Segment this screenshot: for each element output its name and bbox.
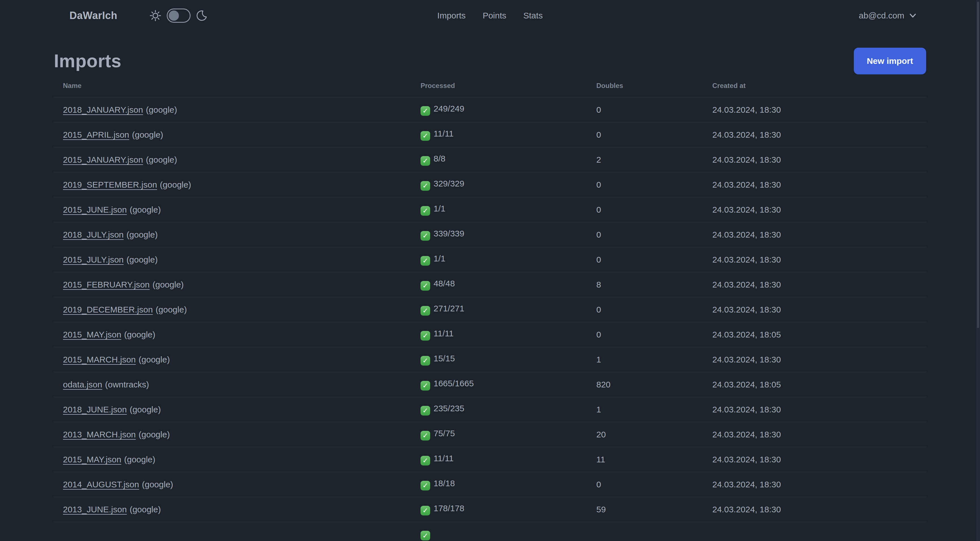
- check-icon: ✓: [420, 406, 430, 415]
- moon-icon: [196, 10, 208, 22]
- imports-table: Name Processed Doubles Created at 2018_J…: [54, 74, 926, 541]
- check-glyph: ✓: [423, 507, 428, 514]
- import-file-link[interactable]: 2019_DECEMBER.json: [63, 305, 153, 314]
- imports-table-body: 2018_JANUARY.json(google) ✓249/249 0 24.…: [54, 97, 926, 541]
- doubles-cell: 820: [587, 372, 703, 397]
- import-file-link[interactable]: 2018_JUNE.json: [63, 405, 127, 414]
- created-at-cell: 24.03.2024, 18:05: [703, 372, 926, 397]
- created-at: 24.03.2024, 18:30: [712, 205, 781, 214]
- created-at-cell: 24.03.2024, 18:30: [703, 122, 926, 147]
- table-row: 2019_DECEMBER.json(google) ✓271/271 0 24…: [54, 297, 926, 322]
- new-import-button[interactable]: New import: [854, 48, 926, 74]
- nav-item-points[interactable]: Points: [483, 11, 506, 21]
- check-glyph: ✓: [423, 282, 428, 289]
- sun-icon: [149, 10, 162, 22]
- doubles-count: 0: [597, 305, 601, 314]
- main-content: Imports New import Name Processed Double…: [54, 48, 926, 541]
- processed-count: 48/48: [434, 279, 455, 288]
- doubles-count: 0: [597, 480, 601, 489]
- processed-count: 235/235: [434, 404, 464, 413]
- processed-count: 11/11: [434, 129, 454, 138]
- import-file-link[interactable]: 2015_MAY.json: [63, 455, 121, 464]
- import-file-link[interactable]: 2015_JUNE.json: [63, 205, 127, 214]
- processed-cell: ✓249/249: [412, 97, 587, 122]
- check-icon: ✓: [420, 331, 430, 341]
- name-cell: 2015_FEBRUARY.json(google): [54, 272, 412, 297]
- scrollbar[interactable]: [976, 0, 980, 541]
- check-icon: ✓: [420, 306, 430, 316]
- import-source: (google): [130, 405, 161, 414]
- user-menu[interactable]: ab@cd.com: [859, 11, 917, 21]
- nav-item-stats[interactable]: Stats: [523, 11, 543, 21]
- import-file-link[interactable]: 2015_JULY.json: [63, 255, 124, 264]
- doubles-count: 0: [597, 255, 601, 264]
- processed-cell: ✓235/235: [412, 397, 587, 422]
- theme-toggle[interactable]: [149, 8, 208, 23]
- created-at: 24.03.2024, 18:30: [712, 280, 781, 289]
- table-row: 2015_APRIL.json(google) ✓11/11 0 24.03.2…: [54, 122, 926, 147]
- created-at: 24.03.2024, 18:30: [712, 105, 781, 114]
- import-file-link[interactable]: 2018_JULY.json: [63, 230, 124, 239]
- app-logo[interactable]: DaWarIch: [70, 10, 118, 22]
- theme-switch[interactable]: [167, 8, 191, 23]
- import-file-link[interactable]: 2015_MARCH.json: [63, 355, 136, 364]
- import-file-link[interactable]: 2019_SEPTEMBER.json: [63, 180, 157, 189]
- processed-count: 1/1: [434, 204, 445, 213]
- app-header: DaWarIch Imports Points Stats: [0, 0, 980, 31]
- import-file-link[interactable]: 2015_MAY.json: [63, 330, 121, 339]
- processed-count: 178/178: [434, 504, 464, 513]
- import-file-link[interactable]: 2013_JUNE.json: [63, 505, 127, 514]
- processed-cell: ✓8/8: [412, 147, 587, 172]
- check-glyph: ✓: [423, 382, 428, 389]
- processed-count: 329/329: [434, 179, 464, 188]
- nav-item-imports[interactable]: Imports: [437, 11, 466, 21]
- created-at: 24.03.2024, 18:30: [712, 305, 781, 314]
- import-file-link[interactable]: 2015_APRIL.json: [63, 130, 129, 139]
- doubles-cell: 8: [587, 272, 703, 297]
- processed-count: 1/1: [434, 254, 445, 263]
- import-source: (owntracks): [105, 380, 149, 389]
- import-file-link[interactable]: 2015_FEBRUARY.json: [63, 280, 150, 289]
- created-at: 24.03.2024, 18:30: [712, 405, 781, 414]
- doubles-cell: [587, 522, 703, 541]
- import-source: (google): [153, 280, 184, 289]
- table-row: 2013_JUNE.json(google) ✓178/178 59 24.03…: [54, 497, 926, 522]
- header-right: ab@cd.com: [859, 11, 917, 21]
- import-source: (google): [130, 505, 161, 514]
- created-at: 24.03.2024, 18:30: [712, 505, 781, 514]
- import-source: (google): [130, 205, 161, 214]
- check-icon: ✓: [420, 106, 430, 116]
- scrollbar-thumb[interactable]: [977, 2, 979, 328]
- doubles-cell: 2: [587, 147, 703, 172]
- check-icon: ✓: [420, 381, 430, 391]
- name-cell: 2015_JUNE.json(google): [54, 197, 412, 222]
- doubles-count: 2: [597, 155, 601, 164]
- check-glyph: ✓: [423, 157, 428, 164]
- import-file-link[interactable]: 2013_MARCH.json: [63, 430, 136, 439]
- created-at-cell: 24.03.2024, 18:30: [703, 297, 926, 322]
- doubles-count: 59: [597, 505, 606, 514]
- import-file-link[interactable]: 2018_JANUARY.json: [63, 105, 143, 114]
- import-source: (google): [142, 480, 173, 489]
- header-left: DaWarIch: [70, 8, 208, 23]
- import-file-link[interactable]: 2015_JANUARY.json: [63, 155, 143, 164]
- table-row: 2019_SEPTEMBER.json(google) ✓329/329 0 2…: [54, 172, 926, 197]
- import-file-link[interactable]: 2014_AUGUST.json: [63, 480, 139, 489]
- check-glyph: ✓: [423, 307, 428, 314]
- created-at: 24.03.2024, 18:05: [712, 330, 781, 339]
- import-file-link[interactable]: odata.json: [63, 380, 102, 389]
- doubles-count: 820: [597, 380, 611, 389]
- table-row: 2015_FEBRUARY.json(google) ✓48/48 8 24.0…: [54, 272, 926, 297]
- processed-cell: ✓178/178: [412, 497, 587, 522]
- check-icon: ✓: [420, 281, 430, 290]
- created-at-cell: 24.03.2024, 18:30: [703, 197, 926, 222]
- doubles-count: 1: [597, 405, 601, 414]
- check-icon: ✓: [420, 231, 430, 241]
- check-icon: ✓: [420, 481, 430, 490]
- check-glyph: ✓: [423, 107, 428, 114]
- import-source: (google): [126, 230, 158, 239]
- doubles-count: 0: [597, 105, 601, 114]
- check-icon: ✓: [420, 181, 430, 191]
- processed-count: 339/339: [434, 229, 464, 238]
- doubles-count: 0: [597, 205, 601, 214]
